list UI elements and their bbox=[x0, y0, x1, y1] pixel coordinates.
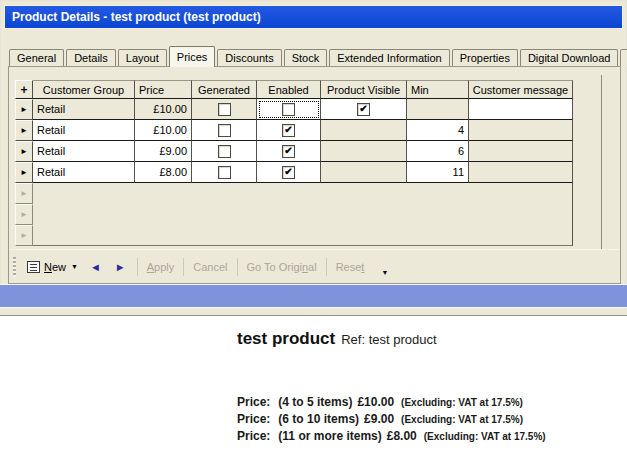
grid-empty-area: ► ► ► bbox=[15, 183, 573, 246]
cell-product-visible[interactable] bbox=[321, 141, 407, 162]
tab-properties[interactable]: Properties bbox=[452, 49, 518, 67]
next-record-button[interactable]: ► bbox=[108, 259, 133, 275]
cell-customer-message[interactable] bbox=[469, 162, 573, 183]
preview-heading: test productRef: test product bbox=[237, 329, 437, 349]
row-selector[interactable]: ► bbox=[15, 162, 33, 183]
cell-customer-group[interactable]: Retail bbox=[33, 141, 135, 162]
info-bar bbox=[0, 284, 627, 308]
tab-general[interactable]: General bbox=[9, 49, 64, 67]
preview-price-line: Price:(11 or more items)£8.00(Excluding:… bbox=[237, 428, 546, 445]
check-icon: ✔ bbox=[284, 167, 292, 177]
cell-product-visible[interactable]: ✔ bbox=[321, 99, 407, 120]
column-header-min[interactable]: Min bbox=[407, 80, 469, 99]
toolbar-separator bbox=[326, 258, 327, 276]
row-selector-arrow-icon: ► bbox=[20, 168, 28, 177]
column-header-customer-message[interactable]: Customer message bbox=[469, 80, 573, 99]
cell-product-visible[interactable] bbox=[321, 162, 407, 183]
product-preview-pane: test productRef: test product Price:(4 t… bbox=[0, 316, 627, 462]
cell-price[interactable]: £9.00 bbox=[135, 141, 192, 162]
cell-product-visible[interactable] bbox=[321, 120, 407, 141]
row-selector-arrow-icon: ► bbox=[20, 231, 28, 240]
generated-checkbox[interactable]: ✔ bbox=[218, 166, 231, 179]
cell-enabled[interactable]: ✔ bbox=[257, 141, 321, 162]
chevron-down-icon[interactable]: ▼ bbox=[381, 269, 388, 276]
row-selector[interactable]: ► bbox=[15, 120, 33, 141]
cell-price[interactable]: £10.00 bbox=[135, 120, 192, 141]
row-selector-arrow-icon: ► bbox=[20, 105, 28, 114]
tab-layout[interactable]: Layout bbox=[118, 49, 167, 67]
add-row-button[interactable]: + bbox=[15, 80, 33, 99]
cell-min[interactable]: 6 bbox=[407, 141, 469, 162]
chevron-down-icon[interactable]: ▼ bbox=[71, 263, 78, 270]
tab-digital-download[interactable]: Digital Download bbox=[520, 49, 619, 67]
panel-divider bbox=[601, 75, 602, 251]
new-button[interactable]: New ▼ bbox=[22, 258, 83, 276]
cell-customer-group[interactable]: Retail bbox=[33, 162, 135, 183]
column-header-enabled[interactable]: Enabled bbox=[257, 80, 321, 99]
cell-enabled[interactable]: ✔ bbox=[257, 99, 321, 120]
prev-arrow-icon: ◄ bbox=[90, 261, 101, 273]
cell-generated[interactable]: ✔ bbox=[192, 120, 257, 141]
preview-price-block: Price:(4 to 5 items)£10.00(Excluding: VA… bbox=[237, 394, 546, 445]
record-toolbar: New ▼ ◄ ► Apply Cancel Go To Original Re… bbox=[9, 249, 620, 283]
preview-price-line: Price:(6 to 10 items)£9.00(Excluding: VA… bbox=[237, 411, 546, 428]
cell-price[interactable]: £10.00 bbox=[135, 99, 192, 120]
table-row: ► Retail £10.00 ✔ ✔ ✔ bbox=[15, 99, 573, 120]
tab-discounts[interactable]: Discounts bbox=[217, 49, 281, 67]
row-selector-stub: ► bbox=[15, 183, 33, 204]
cancel-button[interactable]: Cancel bbox=[188, 258, 232, 276]
enabled-checkbox[interactable]: ✔ bbox=[282, 103, 295, 116]
cell-enabled[interactable]: ✔ bbox=[257, 120, 321, 141]
cell-generated[interactable]: ✔ bbox=[192, 162, 257, 183]
apply-button[interactable]: Apply bbox=[142, 258, 180, 276]
cell-min[interactable] bbox=[407, 99, 469, 120]
row-selector-arrow-icon: ► bbox=[20, 126, 28, 135]
row-selector-arrow-icon: ► bbox=[20, 210, 28, 219]
cell-price[interactable]: £8.00 bbox=[135, 162, 192, 183]
column-header-customer-group[interactable]: Customer Group bbox=[33, 80, 135, 99]
toolbar-separator bbox=[137, 258, 138, 276]
preview-price-line: Price:(4 to 5 items)£10.00(Excluding: VA… bbox=[237, 394, 546, 411]
generated-checkbox[interactable]: ✔ bbox=[218, 145, 231, 158]
enabled-checkbox[interactable]: ✔ bbox=[282, 166, 295, 179]
generated-checkbox[interactable]: ✔ bbox=[218, 124, 231, 137]
column-header-price[interactable]: Price bbox=[135, 80, 192, 99]
cell-generated[interactable]: ✔ bbox=[192, 99, 257, 120]
window-title: Product Details - test product (test pro… bbox=[12, 10, 261, 24]
tab-prices[interactable]: Prices bbox=[169, 46, 216, 67]
cell-customer-message[interactable] bbox=[469, 120, 573, 141]
cell-min[interactable]: 4 bbox=[407, 120, 469, 141]
cell-customer-message[interactable] bbox=[469, 99, 573, 120]
cell-generated[interactable]: ✔ bbox=[192, 141, 257, 162]
table-row: ► Retail £10.00 ✔ ✔ 4 bbox=[15, 120, 573, 141]
generated-checkbox[interactable]: ✔ bbox=[218, 103, 231, 116]
cell-customer-group[interactable]: Retail bbox=[33, 99, 135, 120]
product-visible-checkbox[interactable]: ✔ bbox=[357, 103, 370, 116]
reset-button[interactable]: Reset bbox=[331, 258, 370, 276]
enabled-checkbox[interactable]: ✔ bbox=[282, 124, 295, 137]
prices-tab-panel: + Customer Group Price Generated Enabled… bbox=[8, 66, 621, 284]
row-selector[interactable]: ► bbox=[15, 99, 33, 120]
new-record-icon bbox=[27, 261, 40, 273]
row-selector-stub: ► bbox=[15, 204, 33, 225]
toolbar-grip[interactable] bbox=[13, 257, 16, 277]
go-to-original-button[interactable]: Go To Original bbox=[242, 258, 322, 276]
cell-customer-message[interactable] bbox=[469, 141, 573, 162]
column-header-generated[interactable]: Generated bbox=[192, 80, 257, 99]
table-row: ► Retail £8.00 ✔ ✔ 11 bbox=[15, 162, 573, 183]
previous-record-button[interactable]: ◄ bbox=[83, 259, 108, 275]
tab-details[interactable]: Details bbox=[66, 49, 116, 67]
enabled-checkbox[interactable]: ✔ bbox=[282, 145, 295, 158]
grid-header-row: + Customer Group Price Generated Enabled… bbox=[15, 80, 573, 99]
tab-links[interactable]: Links bbox=[620, 49, 627, 67]
tab-stock[interactable]: Stock bbox=[284, 49, 328, 67]
column-header-product-visible[interactable]: Product Visible bbox=[321, 80, 407, 99]
cell-customer-group[interactable]: Retail bbox=[33, 120, 135, 141]
tab-extended-information[interactable]: Extended Information bbox=[329, 49, 450, 67]
check-icon: ✔ bbox=[284, 125, 292, 135]
toolbar-separator bbox=[237, 258, 238, 276]
cell-min[interactable]: 11 bbox=[407, 162, 469, 183]
toolbar-separator bbox=[183, 258, 184, 276]
cell-enabled[interactable]: ✔ bbox=[257, 162, 321, 183]
row-selector[interactable]: ► bbox=[15, 141, 33, 162]
